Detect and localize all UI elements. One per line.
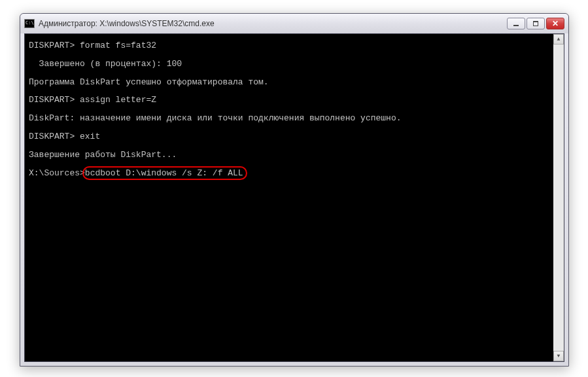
minimize-icon: [513, 25, 519, 26]
minimize-button[interactable]: [507, 18, 525, 29]
cmd-window: Администратор: X:\windows\SYSTEM32\cmd.e…: [20, 13, 569, 367]
scroll-track[interactable]: [553, 45, 564, 351]
scroll-down-button[interactable]: ▼: [553, 351, 564, 361]
scroll-up-button[interactable]: ▲: [553, 34, 564, 45]
terminal-line: Программа DiskPart успешно отформатирова…: [29, 76, 560, 90]
highlighted-command: bcdboot D:\windows /s Z: /f ALL: [85, 168, 243, 178]
command-text: bcdboot D:\windows /s Z: /f ALL: [85, 168, 243, 178]
window-title: Администратор: X:\windows\SYSTEM32\cmd.e…: [39, 19, 507, 28]
terminal-line: DISKPART> assign letter=Z: [29, 94, 560, 107]
close-icon: ✕: [552, 19, 559, 28]
terminal-line: DISKPART> exit: [29, 130, 560, 144]
terminal-area[interactable]: DISKPART> format fs=fat32 Завершено (в п…: [24, 33, 564, 362]
terminal-line: DiskPart: назначение имени диска или точ…: [29, 112, 560, 126]
close-button[interactable]: ✕: [546, 18, 564, 29]
titlebar[interactable]: Администратор: X:\windows\SYSTEM32\cmd.e…: [20, 14, 568, 33]
terminal-line: Завершено (в процентах): 100: [29, 58, 560, 71]
terminal-line: Завершение работы DiskPart...: [29, 149, 560, 162]
window-controls: ✕: [507, 18, 564, 29]
prompt-text: X:\Sources>: [29, 168, 85, 178]
terminal-line: DISKPART> format fs=fat32: [29, 39, 560, 53]
maximize-button[interactable]: [527, 18, 545, 29]
maximize-icon: [533, 21, 538, 26]
cmd-icon: [24, 19, 35, 28]
terminal-prompt-line: X:\Sources>bcdboot D:\windows /s Z: /f A…: [29, 167, 560, 181]
scrollbar[interactable]: ▲ ▼: [553, 34, 564, 361]
